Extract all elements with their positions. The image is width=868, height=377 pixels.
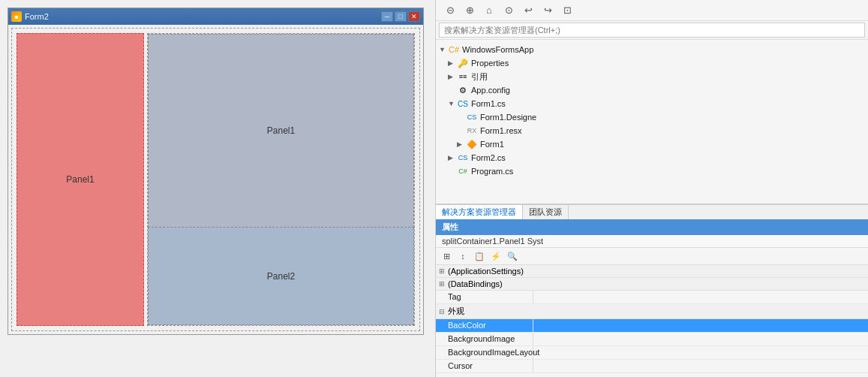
tag-prop-value <box>533 291 868 303</box>
panel-bottom[interactable]: Panel2 <box>148 228 414 325</box>
refresh-icon[interactable]: ⊙ <box>500 2 517 19</box>
properties-label: Properties <box>471 59 509 68</box>
settings-icon[interactable]: ⊡ <box>559 2 575 19</box>
form1-node[interactable]: ▶ 🔶 Form1 <box>454 137 868 151</box>
close-button[interactable]: ✕ <box>408 11 420 22</box>
undo-icon[interactable]: ↩ <box>520 2 536 19</box>
app-config-label: App.config <box>471 86 510 95</box>
form-titlebar: ■ Form2 ─ □ ✕ <box>8 8 423 25</box>
team-tab-label: 团队资源 <box>529 207 562 216</box>
split-container-right: Panel1 Panel2 <box>147 33 415 326</box>
tree-view: ▼ C# WindowsFormsApp ▶ 🔑 Properties ▶ ≡≡… <box>436 40 868 181</box>
form1-label: Form1 <box>480 140 504 149</box>
project-arrow: ▼ <box>439 46 448 53</box>
properties-arrow: ▶ <box>448 59 457 67</box>
minimize-button[interactable]: ─ <box>381 11 393 22</box>
tag-prop-name: Tag <box>436 291 533 303</box>
appearance-group[interactable]: ⊟ 外观 <box>436 304 868 319</box>
backcolor-prop-value <box>533 319 868 332</box>
form-title: Form2 <box>25 12 49 21</box>
references-node[interactable]: ▶ ≡≡ 引用 <box>445 70 868 83</box>
references-arrow: ▶ <box>448 73 457 80</box>
program-label: Program.cs <box>471 167 513 176</box>
categorize-btn[interactable]: ⊞ <box>439 249 454 263</box>
events-btn[interactable]: ⚡ <box>488 249 503 263</box>
project-root-node[interactable]: ▼ C# WindowsFormsApp <box>436 43 868 56</box>
program-cs-node[interactable]: ▶ C# Program.cs <box>445 164 868 178</box>
form1-designer-icon: CS <box>466 111 478 123</box>
home-icon[interactable]: ⌂ <box>481 2 497 19</box>
background-image-prop-name: BackgroundImage <box>436 333 533 345</box>
panel-left-label: Panel1 <box>66 174 94 185</box>
alphabetical-btn[interactable]: ↕ <box>455 249 470 263</box>
form2-cs-node[interactable]: ▶ CS Form2.cs <box>445 151 868 164</box>
app-settings-expand-icon: ⊞ <box>439 267 445 275</box>
form1-resx-icon: RX <box>466 125 478 137</box>
search-prop-btn[interactable]: 🔍 <box>505 249 520 263</box>
properties-object: splitContainer1.Panel1 Syst <box>436 235 868 248</box>
background-image-prop-value <box>533 333 868 345</box>
redo-icon[interactable]: ↪ <box>539 2 556 19</box>
form-window: ■ Form2 ─ □ ✕ Panel1 Panel1 Panel2 <box>8 8 424 335</box>
panel-top[interactable]: Panel1 <box>148 34 414 228</box>
references-label: 引用 <box>471 71 488 83</box>
backcolor-row[interactable]: BackColor <box>436 319 868 333</box>
cursor-prop-value <box>533 360 868 372</box>
form1-arrow: ▶ <box>457 140 466 148</box>
properties-btn[interactable]: 📋 <box>472 249 487 263</box>
cursor-row[interactable]: Cursor <box>436 360 868 373</box>
form1-cs-label: Form1.cs <box>471 99 506 108</box>
project-name: WindowsFormsApp <box>462 45 533 54</box>
background-image-row[interactable]: BackgroundImage <box>436 333 868 346</box>
restore-button[interactable]: □ <box>395 11 407 22</box>
form-title-left: ■ Form2 <box>11 11 49 22</box>
properties-header: 属性 <box>436 219 868 235</box>
background-image-layout-row[interactable]: BackgroundImageLayout <box>436 346 868 360</box>
form2-cs-icon: CS <box>457 152 469 164</box>
background-image-layout-prop-value <box>533 346 868 359</box>
appearance-expand-icon: ⊟ <box>439 308 445 315</box>
databindings-expand-icon: ⊞ <box>439 280 445 288</box>
form2-cs-arrow: ▶ <box>448 154 457 161</box>
form1-cs-icon: CS <box>457 98 469 110</box>
cursor-prop-name: Cursor <box>436 360 533 372</box>
panel-top-label: Panel1 <box>267 125 295 136</box>
form1-resx-label: Form1.resx <box>480 126 522 135</box>
search-input[interactable] <box>439 23 865 38</box>
form2-cs-label: Form2.cs <box>471 153 506 162</box>
app-config-node[interactable]: ▶ ⚙ App.config <box>445 83 868 97</box>
references-icon: ≡≡ <box>457 71 469 83</box>
form-icon: ■ <box>11 11 22 22</box>
properties-panel: 属性 splitContainer1.Panel1 Syst ⊞ ↕ 📋 ⚡ 🔍… <box>436 219 868 377</box>
properties-node[interactable]: ▶ 🔑 Properties <box>445 56 868 70</box>
solution-tab-label: 解决方案资源管理器 <box>442 207 516 216</box>
app-config-icon: ⚙ <box>457 84 469 96</box>
ide-panel: ⊝ ⊕ ⌂ ⊙ ↩ ↪ ⊡ ▼ C# WindowsFormsApp ▶ 🔑 P… <box>435 0 868 377</box>
properties-folder-icon: 🔑 <box>457 57 469 69</box>
forward-icon[interactable]: ⊕ <box>461 2 478 19</box>
solution-tab[interactable]: 解决方案资源管理器 <box>436 205 523 219</box>
properties-list: ⊞ (ApplicationSettings) ⊞ (DataBindings)… <box>436 265 868 377</box>
back-icon[interactable]: ⊝ <box>442 2 458 19</box>
form1-designer-node[interactable]: ▶ CS Form1.Designe <box>454 110 868 124</box>
project-icon: C# <box>448 44 460 56</box>
panel-bottom-label: Panel2 <box>267 271 295 282</box>
designer-area: ■ Form2 ─ □ ✕ Panel1 Panel1 Panel2 <box>0 0 435 377</box>
appearance-label: 外观 <box>448 306 464 317</box>
panel-left[interactable]: Panel1 <box>17 33 144 326</box>
properties-object-label: splitContainer1.Panel1 Syst <box>442 237 543 246</box>
tag-row[interactable]: Tag <box>436 291 868 304</box>
form-controls: ─ □ ✕ <box>381 11 420 22</box>
team-tab[interactable]: 团队资源 <box>523 205 569 219</box>
program-icon: C# <box>457 165 469 177</box>
app-settings-group[interactable]: ⊞ (ApplicationSettings) <box>436 265 868 278</box>
app-settings-label: (ApplicationSettings) <box>448 267 524 276</box>
form1-cs-arrow: ▼ <box>448 100 457 107</box>
background-image-layout-prop-name: BackgroundImageLayout <box>436 346 533 359</box>
backcolor-prop-name: BackColor <box>436 319 533 332</box>
form-body: Panel1 Panel1 Panel2 <box>11 28 420 331</box>
databindings-group[interactable]: ⊞ (DataBindings) <box>436 278 868 291</box>
form1-cs-node[interactable]: ▼ CS Form1.cs <box>445 97 868 110</box>
solution-explorer: ▼ C# WindowsFormsApp ▶ 🔑 Properties ▶ ≡≡… <box>436 21 868 204</box>
form1-resx-node[interactable]: ▶ RX Form1.resx <box>454 124 868 137</box>
